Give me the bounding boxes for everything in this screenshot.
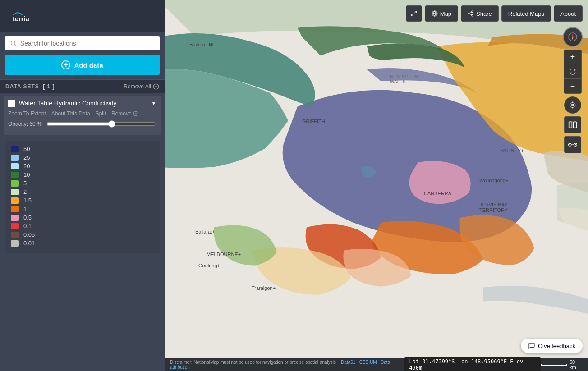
compass-button[interactable] <box>563 27 583 47</box>
legend-color-25 <box>11 155 19 161</box>
svg-point-12 <box>472 11 473 13</box>
svg-line-9 <box>412 14 413 16</box>
legend-color-20 <box>11 163 19 169</box>
add-data-button[interactable]: + Add data <box>5 55 160 75</box>
datasets-header: DATA SETS [ 1 ] Remove All <box>0 79 165 93</box>
zoom-group: + − <box>564 50 582 94</box>
data61-link[interactable]: Data61 <box>341 360 355 365</box>
coordinates-display: Lat 31.47399°S Lon 148.95069°E Elev 490m <box>404 357 540 371</box>
legend-item-20: 20 <box>11 163 154 169</box>
svg-text:terria: terria <box>13 15 30 22</box>
dataset-name: Water Table Hydraulic Conductivity <box>19 100 147 107</box>
rotate-icon <box>570 69 576 75</box>
dataset-item: Water Table Hydraulic Conductivity ▼ Zoo… <box>4 96 161 135</box>
search-icon <box>10 40 17 47</box>
split-button[interactable]: Split <box>96 110 106 117</box>
svg-point-31 <box>570 144 571 146</box>
about-this-data-button[interactable]: About This Data <box>51 110 90 117</box>
legend-item-0-05: 0.05 <box>11 231 154 238</box>
legend-color-2 <box>11 189 19 195</box>
dataset-expand-arrow[interactable]: ▼ <box>151 100 156 106</box>
map-area[interactable]: Broken Hill+ GRIFFITH SYDNEY+ Wollongong… <box>165 0 588 371</box>
svg-point-14 <box>472 14 473 16</box>
globe-icon <box>432 10 438 17</box>
expand-icon <box>411 10 417 17</box>
disclaimer: Disclaimer: NationalMap must not be used… <box>170 360 404 370</box>
legend-label-50: 50 <box>23 146 30 152</box>
legend-label-0-1: 0.1 <box>23 223 32 229</box>
related-maps-label: Related Maps <box>508 10 544 17</box>
viewer-mode-button[interactable] <box>564 136 581 153</box>
remove-icon <box>133 111 138 116</box>
svg-line-2 <box>14 45 16 46</box>
legend: 50 25 20 10 5 2 <box>5 141 160 253</box>
legend-label-0-5: 0.5 <box>23 214 32 221</box>
zoom-reset-button[interactable] <box>564 64 581 79</box>
opacity-row: Opacity: 60 % <box>8 119 156 131</box>
locate-button[interactable] <box>564 96 581 114</box>
cesium-link[interactable]: CESIUM <box>359 360 377 365</box>
remove-all-button[interactable]: Remove All <box>124 83 159 90</box>
legend-color-5 <box>11 180 19 187</box>
zoom-out-button[interactable]: − <box>564 79 581 93</box>
legend-color-1 <box>11 206 19 212</box>
dataset-controls: Zoom To Extent About This Data Split Rem… <box>8 107 156 119</box>
legend-label-25: 25 <box>23 154 30 161</box>
legend-color-1-5 <box>11 197 19 204</box>
svg-point-32 <box>575 144 576 146</box>
legend-label-2: 2 <box>23 188 27 195</box>
locate-icon <box>569 101 577 109</box>
legend-color-0-05 <box>11 232 19 238</box>
legend-item-1-5: 1.5 <box>11 197 154 204</box>
about-button[interactable]: About <box>554 5 583 22</box>
logo-area: terria <box>0 0 165 32</box>
map-button[interactable]: Map <box>425 5 458 22</box>
legend-label-10: 10 <box>23 171 30 178</box>
svg-point-13 <box>469 13 470 14</box>
search-box[interactable] <box>5 36 160 50</box>
svg-line-16 <box>470 12 472 13</box>
add-data-label: Add data <box>74 61 103 69</box>
datasets-title: DATA SETS [ 1 ] <box>5 83 55 90</box>
legend-item-2: 2 <box>11 188 154 195</box>
svg-point-21 <box>572 104 574 106</box>
legend-color-50 <box>11 146 19 152</box>
remove-dataset-button[interactable]: Remove <box>111 110 138 117</box>
search-input[interactable] <box>20 40 155 47</box>
legend-item-0-01: 0.01 <box>11 240 154 247</box>
legend-item-1: 1 <box>11 206 154 212</box>
legend-item-0-5: 0.5 <box>11 214 154 221</box>
feedback-label: Give feedback <box>538 343 575 349</box>
scale-bar: 50 km <box>541 359 583 370</box>
feedback-icon <box>528 342 535 349</box>
dataset-checkbox[interactable] <box>8 100 15 107</box>
fullscreen-button[interactable] <box>406 5 422 22</box>
split-view-button[interactable] <box>564 116 581 133</box>
map-background <box>165 0 588 371</box>
legend-color-0-1 <box>11 223 19 229</box>
terria-logo: terria <box>7 6 43 26</box>
opacity-slider[interactable] <box>46 120 156 128</box>
legend-color-10 <box>11 172 19 178</box>
zoom-to-extent-button[interactable]: Zoom To Extent <box>8 110 46 117</box>
split-icon <box>568 120 577 129</box>
legend-item-5: 5 <box>11 180 154 187</box>
legend-label-20: 20 <box>23 163 30 169</box>
give-feedback-button[interactable]: Give feedback <box>521 339 583 353</box>
compass-icon <box>568 32 578 42</box>
legend-item-10: 10 <box>11 171 154 178</box>
svg-line-8 <box>414 11 416 13</box>
legend-color-0-01 <box>11 240 19 247</box>
dataset-name-row: Water Table Hydraulic Conductivity ▼ <box>8 100 156 107</box>
legend-item-0-1: 0.1 <box>11 223 154 229</box>
about-label: About <box>560 10 576 17</box>
share-button[interactable]: Share <box>461 5 499 22</box>
related-maps-button[interactable]: Related Maps <box>501 5 551 22</box>
legend-label-0-01: 0.01 <box>23 240 35 247</box>
plus-circle-icon: + <box>61 60 70 69</box>
svg-rect-27 <box>569 122 572 128</box>
search-area <box>0 32 165 55</box>
map-label-btn: Map <box>440 10 451 17</box>
zoom-in-button[interactable]: + <box>564 50 581 64</box>
legend-label-1: 1 <box>23 206 27 212</box>
